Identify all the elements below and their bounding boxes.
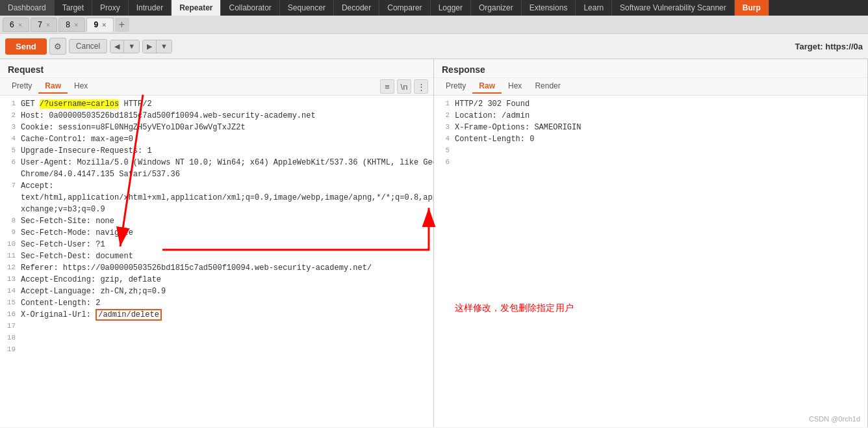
nav-collaborator[interactable]: Collaborator (221, 0, 279, 16)
line-number: 10 (3, 239, 16, 250)
nav-svg[interactable]: Software Vulnerability Scanner (612, 0, 735, 16)
request-code-area[interactable]: 1GET /?username=carlos HTTP/22Host: 0a00… (0, 96, 433, 427)
response-tab-hex[interactable]: Hex (502, 79, 528, 94)
line-number: 3 (3, 122, 16, 133)
response-line: 5 (434, 145, 867, 157)
response-line: 4Content-Length: 0 (434, 133, 867, 145)
nav-repeater[interactable]: Repeater (172, 0, 221, 16)
line-text: Accept-Language: zh-CN,zh;q=0.9 (21, 286, 166, 297)
request-line: 8Sec-Fetch-Site: none (0, 215, 433, 227)
tab-add[interactable]: + (115, 18, 129, 32)
nav-comparer[interactable]: Comparer (379, 0, 430, 16)
nav-dashboard[interactable]: Dashboard (0, 0, 55, 16)
tab-6[interactable]: 6 × (3, 18, 29, 32)
prev-arrow[interactable]: ◀ (110, 40, 124, 53)
line-number: 4 (437, 133, 450, 145)
text-wrap-icon[interactable]: ≡ (380, 79, 394, 94)
request-tab-hex[interactable]: Hex (68, 79, 94, 94)
request-line: 15Content-Length: 2 (0, 297, 433, 309)
panels: Request Pretty Raw Hex ≡ \n ⋮ 1GET /?use… (0, 59, 868, 427)
line-number (3, 204, 16, 215)
newline-icon[interactable]: \n (397, 79, 411, 94)
nav-organizer[interactable]: Organizer (471, 0, 522, 16)
tab-8[interactable]: 8 × (58, 18, 85, 32)
request-tab-pretty[interactable]: Pretty (5, 79, 38, 94)
line-number (3, 192, 16, 204)
line-text: Content-Length: 0 (455, 133, 534, 145)
request-line: xchange;v=b3;q=0.9 (0, 204, 433, 215)
request-line: 18 (0, 332, 433, 344)
nav-proxy[interactable]: Proxy (92, 0, 129, 16)
prev-dropdown[interactable]: ▼ (124, 40, 139, 53)
line-text: Accept-Encoding: gzip, deflate (21, 274, 161, 286)
tab-6-close[interactable]: × (18, 21, 22, 29)
line-text: Sec-Fetch-Mode: navigate (21, 227, 133, 239)
response-panel-title: Response (434, 59, 867, 78)
top-nav: Dashboard Target Proxy Intruder Repeater… (0, 0, 868, 16)
line-number: 19 (3, 344, 16, 356)
line-text: Chrome/84.0.4147.135 Safari/537.36 (21, 168, 180, 180)
request-line: 4Cache-Control: max-age=0 (0, 133, 433, 145)
line-number (3, 168, 16, 180)
tab-8-close[interactable]: × (74, 21, 78, 29)
nav-burp[interactable]: Burp (735, 0, 769, 16)
nav-target[interactable]: Target (55, 0, 92, 16)
response-code-area[interactable]: 1HTTP/2 302 Found2Location: /admin3X-Fra… (434, 96, 867, 427)
nav-intruder[interactable]: Intruder (129, 0, 172, 16)
response-tab-pretty[interactable]: Pretty (439, 79, 472, 94)
line-number: 3 (437, 122, 450, 133)
line-number: 2 (437, 110, 450, 122)
request-panel: Request Pretty Raw Hex ≡ \n ⋮ 1GET /?use… (0, 59, 434, 427)
request-line: 6User-Agent: Mozilla/5.0 (Windows NT 10.… (0, 157, 433, 168)
request-line: 19 (0, 344, 433, 356)
send-button[interactable]: Send (5, 38, 47, 55)
request-line: Chrome/84.0.4147.135 Safari/537.36 (0, 168, 433, 180)
nav-logger[interactable]: Logger (431, 0, 471, 16)
tab-9[interactable]: 9 × (86, 18, 113, 32)
line-text: Sec-Fetch-Dest: document (21, 250, 133, 262)
username-highlight: /?username=carlos (40, 100, 119, 109)
nav-learn[interactable]: Learn (576, 0, 612, 16)
response-line: 6 (434, 157, 867, 168)
request-line: 5Upgrade-Insecure-Requests: 1 (0, 145, 433, 157)
request-line: 7Accept: (0, 180, 433, 192)
nav-decoder[interactable]: Decoder (334, 0, 379, 16)
more-icon[interactable]: ⋮ (414, 79, 428, 94)
line-number: 1 (437, 98, 450, 110)
line-number: 18 (3, 332, 16, 344)
line-text: Host: 0a00000503526bd1815c7ad500f10094.w… (21, 110, 316, 122)
line-text: Cache-Control: max-age=0 (21, 133, 133, 145)
line-text: Cookie: session=u8FL0NHgZH5yVEYolD0arJ6w… (21, 122, 246, 133)
tab-7-close[interactable]: × (46, 21, 50, 29)
line-number: 5 (437, 145, 450, 157)
line-number: 11 (3, 250, 16, 262)
response-tab-render[interactable]: Render (528, 79, 567, 94)
line-text: text/html,application/xhtml+xml,applicat… (21, 192, 433, 204)
cancel-button[interactable]: Cancel (69, 39, 107, 53)
line-number: 7 (3, 180, 16, 192)
next-arrow[interactable]: ▶ (143, 40, 157, 53)
tab-7[interactable]: 7 × (31, 18, 57, 32)
line-number: 9 (3, 227, 16, 239)
response-line: 3X-Frame-Options: SAMEORIGIN (434, 122, 867, 133)
line-text: Location: /admin (455, 110, 530, 122)
line-text: X-Original-Url: /admin/delete (21, 309, 162, 321)
request-view-tabs: Pretty Raw Hex ≡ \n ⋮ (0, 78, 433, 96)
response-line: 2Location: /admin (434, 110, 867, 122)
line-text: Upgrade-Insecure-Requests: 1 (21, 145, 152, 157)
line-text: Sec-Fetch-Site: none (21, 215, 114, 227)
line-number: 16 (3, 309, 16, 321)
nav-sequencer[interactable]: Sequencer (280, 0, 334, 16)
request-line: 12Referer: https://0a00000503526bd1815c7… (0, 262, 433, 274)
line-number: 1 (3, 98, 16, 110)
response-panel: Response Pretty Raw Hex Render 1HTTP/2 3… (434, 59, 868, 427)
line-number: 2 (3, 110, 16, 122)
tab-9-close[interactable]: × (102, 21, 106, 29)
request-line: 9Sec-Fetch-Mode: navigate (0, 227, 433, 239)
next-dropdown[interactable]: ▼ (157, 40, 172, 53)
response-tab-raw[interactable]: Raw (472, 79, 502, 94)
nav-extensions[interactable]: Extensions (522, 0, 576, 16)
request-line: 1GET /?username=carlos HTTP/2 (0, 98, 433, 110)
settings-icon[interactable]: ⚙ (49, 38, 66, 55)
request-tab-raw[interactable]: Raw (38, 79, 68, 94)
